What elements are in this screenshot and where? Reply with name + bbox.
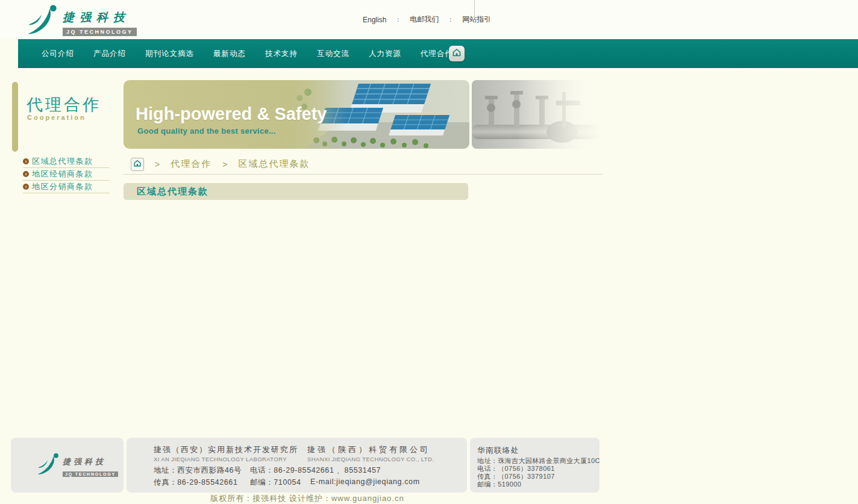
- main-nav: 公司介绍 产品介绍 期刊论文摘选 最新动态 技术支持 互动交流 人力资源 代理合…: [18, 39, 858, 68]
- sidebar-section-subtitle: Cooperation: [27, 114, 86, 121]
- nav-item-news[interactable]: 最新动态: [213, 49, 246, 59]
- copyright-line: 版权所有：接强科技 设计维护：www.guangjiao.cn: [0, 493, 615, 504]
- footer-south-office-box: 华南联络处 地址：珠海吉大园林路金景商业大厦10C 电话：（0756）33780…: [470, 438, 600, 493]
- footer-company-en-shanxi: SHANXI JIEQIANG TECHNOLOGY CO., LTD.: [307, 456, 434, 462]
- banner-image: High-powered & Safety Good quality and t…: [124, 80, 469, 149]
- header-links: English ： 电邮我们 ： 网站指引: [363, 14, 491, 25]
- home-icon: [133, 159, 142, 170]
- footer-email: E-mail:jieqiang@jieqiang.com: [310, 478, 420, 486]
- footer-logo: 捷强科技 JQ TECHNOLOGY: [35, 452, 118, 478]
- sidebar-item-district-distributor[interactable]: › 地区分销商条款: [23, 181, 110, 193]
- nav-item-cooperation[interactable]: 代理合作: [421, 49, 453, 59]
- banner-headline: High-powered & Safety: [136, 104, 327, 124]
- page-title: 区域总代理条款: [137, 186, 208, 198]
- sidebar-item-district-dealer[interactable]: › 地区经销商条款: [23, 168, 110, 181]
- nav-item-journal-papers[interactable]: 期刊论文摘选: [145, 49, 194, 59]
- footer-company-cn-xian: 捷强（西安）实用新技术开发研究所: [154, 444, 298, 455]
- breadcrumb-separator: >: [155, 160, 160, 169]
- sidebar-menu: › 区域总代理条款 › 地区经销商条款 › 地区分销商条款: [23, 155, 110, 193]
- nav-item-tech-support[interactable]: 技术支持: [265, 49, 298, 59]
- nav-item-interaction[interactable]: 互动交流: [317, 49, 349, 59]
- footer-phone: 电话：86-29-85542661 、85531457: [250, 465, 381, 476]
- footer-logo-name-cn: 捷强科技: [63, 457, 106, 466]
- header-link-site-guide[interactable]: 网站指引: [462, 14, 491, 25]
- footer-zipcode: 邮编：710054: [250, 478, 301, 488]
- header-link-email-us[interactable]: 电邮我们: [410, 14, 439, 25]
- footer-logo-box: 捷强科技 JQ TECHNOLOGY: [11, 438, 124, 493]
- footer-company-info-box: 捷强（西安）实用新技术开发研究所 捷强（陕西）科贸有限公司 XI AN JIEQ…: [127, 438, 467, 493]
- footer-address: 地址：西安市西影路46号: [154, 465, 242, 476]
- home-icon: [452, 48, 462, 60]
- footer-logo-name-en: JQ TECHNOLOGY: [63, 471, 118, 477]
- breadcrumb-current-page[interactable]: 区域总代理条款: [238, 158, 310, 170]
- content-title-bar: 区域总代理条款: [124, 183, 468, 200]
- breadcrumb-separator: >: [222, 160, 227, 169]
- breadcrumb-home-button[interactable]: [131, 158, 144, 171]
- header-divider: [474, 0, 475, 18]
- banner-side-fade: [472, 80, 601, 149]
- breadcrumb: > 代理合作 > 区域总代理条款: [124, 154, 603, 175]
- copyright-text: 版权所有：接强科技 设计维护：: [210, 494, 331, 503]
- banner-subline: Good quality and the best service...: [137, 126, 276, 135]
- sidebar-accent-bar: [12, 82, 18, 152]
- nav-item-products[interactable]: 产品介绍: [93, 49, 126, 59]
- arrow-bullet-icon: ›: [23, 171, 29, 177]
- company-logo: 捷强科技 JQ TECHNOLOGY: [24, 4, 137, 37]
- breadcrumb-cooperation[interactable]: 代理合作: [171, 158, 211, 170]
- arrow-bullet-icon: ›: [23, 158, 29, 164]
- arrow-bullet-icon: ›: [23, 184, 29, 190]
- footer-fax: 传真：86-29-85542661: [154, 478, 237, 488]
- header-link-separator: ：: [447, 15, 454, 24]
- header-link-english[interactable]: English: [363, 16, 386, 24]
- page-header: 捷强科技 JQ TECHNOLOGY English ： 电邮我们 ： 网站指引: [0, 0, 858, 39]
- nav-item-hr[interactable]: 人力资源: [369, 49, 401, 59]
- designer-site-link[interactable]: www.guangjiao.cn: [331, 494, 404, 503]
- header-link-separator: ：: [395, 15, 401, 24]
- sidebar-section-title: 代理合作: [27, 94, 101, 116]
- logo-swoosh-icon: [24, 4, 59, 37]
- logo-swoosh-icon: [35, 452, 60, 478]
- south-office-title: 华南联络处: [477, 446, 519, 456]
- footer-company-cn-shanxi: 捷强（陕西）科贸有限公司: [307, 444, 430, 455]
- nav-item-company-intro[interactable]: 公司介绍: [42, 49, 74, 59]
- south-office-zip: 邮编：519000: [477, 480, 521, 489]
- logo-name-en: JQ TECHNOLOGY: [63, 28, 137, 36]
- banner-side-image: [472, 80, 601, 149]
- logo-name-cn: 捷强科技: [63, 10, 130, 23]
- footer-company-en-xian: XI AN JIEQIANG TECHNOLOGY LABORATORY: [154, 456, 287, 462]
- nav-home-button[interactable]: [449, 46, 465, 61]
- sidebar-item-regional-general-agent[interactable]: › 区域总代理条款: [23, 155, 110, 168]
